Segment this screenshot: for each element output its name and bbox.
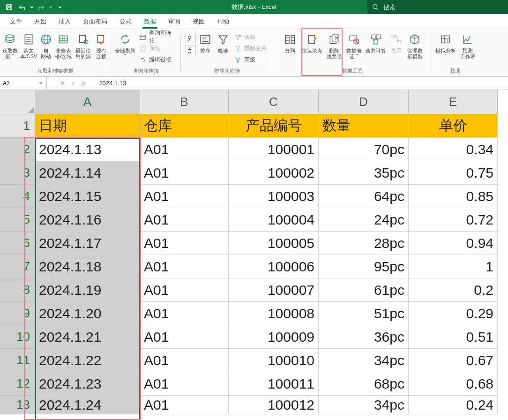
cell[interactable]: 2024.1.13: [35, 138, 140, 161]
name-box[interactable]: A2: [0, 77, 47, 90]
from-table-range-button[interactable]: 来自表 格/区域: [54, 31, 73, 68]
cell[interactable]: 100011: [229, 372, 319, 396]
tab-review[interactable]: 审阅: [162, 14, 187, 29]
cell[interactable]: 2024.1.22: [35, 349, 140, 372]
row-header[interactable]: 12: [0, 372, 35, 396]
qat-customize[interactable]: [57, 4, 62, 11]
queries-connections-button[interactable]: 查询和连接: [137, 32, 178, 42]
cell[interactable]: 仓库: [140, 114, 229, 138]
spreadsheet[interactable]: A B C D E 1 2 3 4 5 6 7 8 9 10 11 12 13 …: [0, 90, 508, 420]
cell[interactable]: 0.68: [409, 372, 498, 396]
tab-home[interactable]: 开始: [28, 14, 52, 29]
cell[interactable]: A01: [140, 232, 229, 255]
row-header[interactable]: 2: [0, 138, 35, 161]
cell[interactable]: 0.24: [409, 396, 498, 414]
cell[interactable]: 日期: [35, 114, 140, 138]
cell[interactable]: 34pc: [319, 396, 409, 414]
row-header[interactable]: 8: [0, 278, 35, 302]
col-header-A[interactable]: A: [35, 90, 140, 114]
cell[interactable]: 34pc: [319, 349, 409, 372]
properties-button[interactable]: 属性: [137, 43, 178, 53]
cell[interactable]: 1: [409, 255, 498, 278]
cell[interactable]: A01: [140, 138, 229, 161]
cell[interactable]: 2024.1.15: [35, 185, 140, 208]
cell[interactable]: 100002: [229, 161, 319, 185]
cell[interactable]: 100006: [229, 255, 319, 278]
cell[interactable]: A01: [140, 161, 229, 185]
existing-connections-button[interactable]: 现有 连接: [93, 31, 109, 68]
cell[interactable]: 51pc: [319, 302, 409, 325]
cell[interactable]: 0.2: [409, 278, 498, 302]
cell[interactable]: 100010: [229, 349, 319, 372]
cell[interactable]: 24pc: [319, 208, 409, 232]
tab-formula[interactable]: 公式: [113, 14, 138, 29]
advanced-filter-button[interactable]: 高级: [232, 54, 269, 65]
cell[interactable]: 2024.1.19: [35, 278, 140, 302]
reapply-button[interactable]: 重新应用: [232, 43, 269, 53]
cell[interactable]: 100005: [229, 232, 319, 255]
cell[interactable]: 100001: [229, 138, 319, 161]
cell[interactable]: A01: [140, 255, 229, 278]
col-header-C[interactable]: C: [229, 90, 319, 114]
cell[interactable]: A01: [140, 349, 229, 372]
row-header[interactable]: 10: [0, 325, 35, 349]
from-text-csv-button[interactable]: 从文 本/CSV: [19, 31, 38, 68]
cell[interactable]: 0.75: [409, 161, 498, 185]
sort-asc-button[interactable]: A↓Z: [186, 33, 196, 43]
col-header-B[interactable]: B: [140, 90, 229, 114]
col-header-D[interactable]: D: [319, 90, 409, 114]
flash-fill-button[interactable]: 快速填充: [300, 31, 324, 68]
cell[interactable]: 36pc: [319, 325, 409, 349]
cell[interactable]: 35pc: [319, 161, 409, 185]
fx-icon[interactable]: fx: [82, 80, 86, 87]
cell[interactable]: 2024.1.20: [35, 302, 140, 325]
data-model-button[interactable]: 管理数 据模型: [405, 31, 424, 68]
cell[interactable]: 70pc: [319, 138, 409, 161]
cancel-formula-icon[interactable]: ✕: [60, 80, 65, 87]
tab-view[interactable]: 视图: [187, 14, 211, 29]
from-web-button[interactable]: 自 网站: [39, 31, 53, 68]
redo-dropdown[interactable]: [48, 4, 52, 11]
cell[interactable]: 0.94: [409, 232, 498, 255]
formula-content[interactable]: 2024.1.13: [90, 77, 508, 90]
cell[interactable]: A01: [140, 185, 229, 208]
cell[interactable]: 0.34: [409, 138, 498, 161]
cell[interactable]: 95pc: [319, 255, 409, 278]
what-if-button[interactable]: ? 模拟分析 ˅: [434, 31, 457, 68]
clear-filter-button[interactable]: 清除: [232, 32, 269, 42]
row-header[interactable]: 4: [0, 185, 35, 208]
row-header[interactable]: 6: [0, 232, 35, 255]
row-header[interactable]: 3: [0, 161, 35, 185]
cell[interactable]: A01: [140, 208, 229, 232]
cell[interactable]: 2024.1.23: [35, 372, 140, 396]
row-header[interactable]: 7: [0, 255, 35, 278]
relationships-button[interactable]: 关系: [388, 31, 404, 68]
col-header-E[interactable]: E: [409, 90, 498, 114]
cell[interactable]: 68pc: [319, 372, 409, 396]
cell[interactable]: A01: [140, 372, 229, 396]
cell[interactable]: 2024.1.21: [35, 325, 140, 349]
row-header[interactable]: 1: [0, 114, 35, 138]
cell[interactable]: 100012: [229, 396, 319, 414]
cell[interactable]: 单价: [409, 114, 498, 138]
remove-duplicates-button[interactable]: 删除 重复值: [325, 31, 344, 68]
cell[interactable]: 100004: [229, 208, 319, 232]
row-header[interactable]: 11: [0, 349, 35, 372]
forecast-sheet-button[interactable]: 预测 工作表: [458, 31, 477, 68]
tab-file[interactable]: 文件: [4, 14, 28, 29]
filter-button[interactable]: 筛选: [215, 31, 232, 68]
cell[interactable]: A01: [140, 325, 229, 349]
cell[interactable]: 61pc: [319, 278, 409, 302]
row-header[interactable]: 13: [0, 396, 35, 414]
row-header[interactable]: 9: [0, 302, 35, 325]
row-header[interactable]: 5: [0, 208, 35, 232]
tab-insert[interactable]: 插入: [52, 14, 77, 29]
cell[interactable]: 2024.1.14: [35, 161, 140, 185]
cell[interactable]: 0.29: [409, 302, 498, 325]
cell[interactable]: A01: [140, 396, 229, 414]
sort-button[interactable]: AZ 排序: [197, 31, 214, 68]
tab-page-layout[interactable]: 页面布局: [77, 14, 113, 29]
cell[interactable]: 28pc: [319, 232, 409, 255]
search-input[interactable]: [383, 4, 496, 11]
cell[interactable]: 数量: [319, 114, 409, 138]
